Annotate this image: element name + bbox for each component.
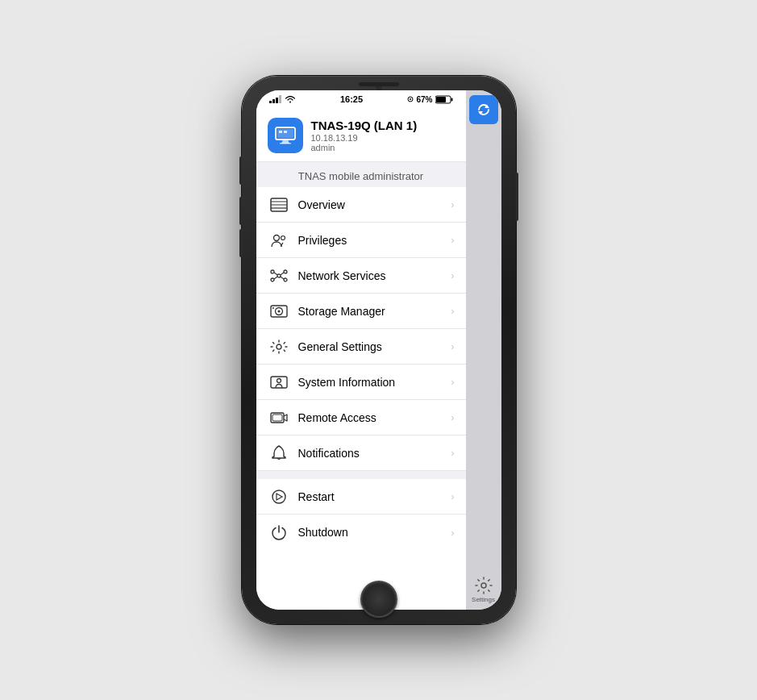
device-icon <box>268 118 303 153</box>
svg-line-28 <box>280 277 283 279</box>
svg-point-19 <box>281 235 285 240</box>
menu-item-restart[interactable]: Restart › <box>256 479 466 515</box>
svg-point-23 <box>271 278 274 281</box>
svg-point-33 <box>277 344 281 349</box>
status-bar: 16:25 67% <box>256 90 466 108</box>
side-panel: Settings <box>466 90 501 610</box>
shutdown-icon <box>268 521 290 544</box>
menu-item-remote-access[interactable]: Remote Access › <box>256 400 466 435</box>
overview-chevron: › <box>451 198 454 210</box>
battery-area: 67% <box>407 95 452 104</box>
network-services-chevron: › <box>451 269 454 281</box>
menu-item-shutdown[interactable]: Shutdown › <box>256 515 466 550</box>
svg-rect-37 <box>272 415 282 421</box>
system-information-label: System Information <box>298 376 451 389</box>
overview-icon <box>268 194 290 216</box>
svg-rect-7 <box>451 98 452 101</box>
refresh-button[interactable] <box>469 95 498 124</box>
svg-point-24 <box>284 278 287 281</box>
svg-line-26 <box>280 273 283 275</box>
svg-point-35 <box>277 378 281 382</box>
nas-icon <box>275 127 296 144</box>
notifications-label: Notifications <box>298 447 451 460</box>
network-services-label: Network Services <box>298 269 451 282</box>
section-divider <box>256 471 466 479</box>
device-ip: 10.18.13.19 <box>311 133 418 143</box>
svg-point-31 <box>277 310 280 312</box>
home-button[interactable] <box>360 581 397 618</box>
storage-manager-chevron: › <box>451 305 454 317</box>
svg-rect-13 <box>280 143 291 144</box>
phone-device: 16:25 67% <box>242 76 516 624</box>
menu-item-notifications[interactable]: Notifications › <box>256 435 466 471</box>
svg-rect-10 <box>277 129 293 138</box>
menu-item-overview[interactable]: Overview › <box>256 187 466 223</box>
notifications-icon <box>268 442 290 465</box>
battery-text: 67% <box>416 95 432 104</box>
menu-list: Overview › Privile <box>256 187 466 610</box>
svg-rect-12 <box>284 131 287 133</box>
restart-chevron: › <box>451 490 454 502</box>
device-info: TNAS-19Q (LAN 1) 10.18.13.19 admin <box>311 119 418 152</box>
privileges-icon <box>268 229 290 252</box>
restart-label: Restart <box>298 490 451 503</box>
signal-icon <box>269 95 282 103</box>
svg-rect-1 <box>272 99 275 103</box>
restart-icon <box>268 485 290 508</box>
battery-icon <box>435 95 453 104</box>
svg-line-27 <box>274 277 277 279</box>
system-information-icon <box>268 371 290 394</box>
shutdown-label: Shutdown <box>298 526 451 539</box>
location-icon <box>407 96 414 102</box>
svg-point-20 <box>277 274 281 277</box>
svg-point-22 <box>284 270 287 273</box>
signal-area <box>269 95 296 103</box>
menu-item-storage-manager[interactable]: Storage Manager › <box>256 294 466 329</box>
svg-point-18 <box>273 235 279 240</box>
menu-item-general-settings[interactable]: General Settings › <box>256 329 466 365</box>
system-information-chevron: › <box>451 376 454 388</box>
device-user: admin <box>311 143 418 152</box>
svg-point-21 <box>271 270 274 273</box>
svg-point-5 <box>410 98 411 100</box>
notifications-chevron: › <box>451 447 454 459</box>
svg-rect-11 <box>279 131 282 133</box>
storage-manager-label: Storage Manager <box>298 305 451 318</box>
wifi-icon <box>285 95 296 103</box>
device-header: TNAS-19Q (LAN 1) 10.18.13.19 admin <box>256 108 466 162</box>
svg-rect-3 <box>279 95 281 103</box>
privileges-label: Privileges <box>298 234 451 247</box>
overview-label: Overview <box>298 198 451 211</box>
settings-label: Settings <box>472 596 495 603</box>
svg-rect-8 <box>436 97 446 102</box>
svg-point-32 <box>272 307 274 309</box>
main-panel: 16:25 67% <box>256 90 466 610</box>
svg-rect-2 <box>276 98 278 103</box>
general-settings-label: General Settings <box>298 340 451 353</box>
svg-point-42 <box>481 583 486 588</box>
svg-rect-0 <box>269 101 272 103</box>
remote-access-icon <box>268 406 290 429</box>
settings-section[interactable]: Settings <box>472 576 495 603</box>
device-name: TNAS-19Q (LAN 1) <box>311 119 418 132</box>
section-title: TNAS mobile administrator <box>256 162 466 187</box>
svg-point-38 <box>272 490 285 503</box>
menu-item-network-services[interactable]: Network Services › <box>256 258 466 294</box>
privileges-chevron: › <box>451 234 454 246</box>
remote-access-label: Remote Access <box>298 411 451 424</box>
menu-item-privileges[interactable]: Privileges › <box>256 223 466 258</box>
storage-manager-icon <box>268 300 290 323</box>
general-settings-chevron: › <box>451 340 454 352</box>
svg-line-25 <box>274 273 277 275</box>
speaker-grill <box>359 82 399 86</box>
general-settings-icon <box>268 335 290 358</box>
remote-access-chevron: › <box>451 411 454 423</box>
settings-icon <box>474 576 493 595</box>
phone-body: 16:25 67% <box>242 76 516 624</box>
network-services-icon <box>268 265 290 287</box>
shutdown-chevron: › <box>451 527 454 539</box>
screen: 16:25 67% <box>256 90 501 610</box>
menu-item-system-information[interactable]: System Information › <box>256 365 466 400</box>
svg-marker-39 <box>277 494 282 500</box>
time-display: 16:25 <box>340 94 363 104</box>
